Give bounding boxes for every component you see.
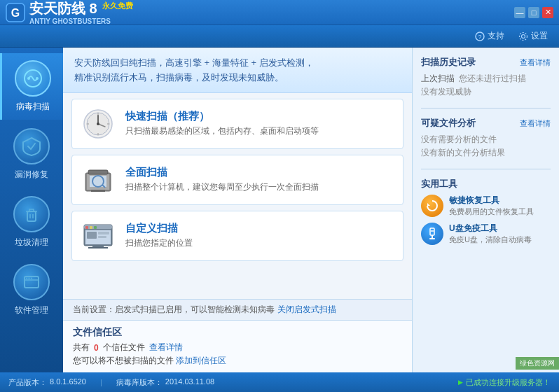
usb-vaccine-tool[interactable]: U盘免疫工具 免疫U盘，清除自动病毒: [421, 223, 551, 245]
connection-status: 已成功连接升级服务器！: [458, 377, 551, 388]
support-button[interactable]: ? 支持: [475, 30, 504, 42]
svg-rect-28: [88, 170, 108, 174]
svg-rect-40: [98, 232, 109, 234]
trust-row1-prefix: 共有: [73, 342, 90, 354]
trust-zone: 文件信任区 共有 0 个信任文件 查看详情 您可以将不想被扫描的文件 添加到信任…: [63, 320, 412, 372]
vuln-fix-icon-circle: [13, 128, 50, 164]
file-recovery-icon: [421, 195, 443, 217]
scan-history-title: 扫描历史记录: [421, 56, 476, 69]
vuln-fix-icon: [20, 135, 43, 158]
no-threat-text: 没有发现威胁: [421, 86, 551, 98]
quick-scan-icon: [81, 106, 116, 141]
trust-row2-text: 您可以将不想被扫描的文件: [73, 356, 174, 365]
svg-point-21: [97, 122, 99, 125]
file-recovery-tool[interactable]: 敏捷恢复工具 免费易用的文件恢复工具: [421, 195, 551, 217]
usb-vaccine-desc: 免疫U盘，清除自动病毒: [449, 234, 532, 245]
virus-scan-icon: [22, 67, 44, 90]
watermark: 绿色资源网: [516, 357, 559, 370]
add-to-trust-link[interactable]: 添加到信任区: [176, 356, 226, 365]
sidebar-item-junk-clean[interactable]: 垃圾清理: [0, 189, 63, 255]
suspicious-files-section: 可疑文件分析 查看详情 没有需要分析的文件 没有新的文件分析结果: [421, 117, 551, 160]
svg-point-48: [431, 230, 432, 232]
settings-button[interactable]: 设置: [518, 30, 548, 42]
software-manage-icon-circle: [13, 264, 50, 300]
quick-scan-content: 快速扫描（推荐） 只扫描最易感染的区域，包括内存、桌面和启动项等: [125, 110, 319, 137]
virus-db-label: 病毒库版本：: [116, 377, 163, 388]
trust-count: 0: [94, 343, 99, 353]
full-scan-icon: [81, 162, 116, 197]
scan-history-section: 扫描历史记录 查看详情 上次扫描 您还未进行过扫描 没有发现威胁: [421, 56, 551, 99]
banner-line1: 安天防线回归纯扫描，高速引擎 + 海量特征 + 启发式检测，: [74, 56, 401, 71]
status-bar: 产品版本： 8.0.1.6520 | 病毒库版本： 2014.03.11.08 …: [0, 372, 559, 392]
tools-header: 实用工具: [421, 178, 551, 190]
sidebar-item-vuln-fix[interactable]: 漏洞修复: [0, 121, 63, 188]
svg-point-15: [29, 278, 30, 279]
title-bar: G 安天防线 8 永久免费 ANTIY GHOSTBUSTERS — □ ✕: [0, 0, 559, 25]
restore-button[interactable]: □: [528, 7, 539, 18]
junk-clean-icon-circle: [13, 196, 50, 232]
window-controls: — □ ✕: [514, 7, 553, 18]
file-recovery-desc: 免费易用的文件恢复工具: [449, 206, 534, 217]
file-recovery-name[interactable]: 敏捷恢复工具: [449, 195, 534, 206]
support-icon: ?: [475, 31, 485, 41]
svg-rect-29: [91, 190, 105, 192]
svg-point-49: [432, 230, 434, 232]
suspicious-files-link[interactable]: 查看详情: [520, 118, 551, 129]
full-scan-content: 全面扫描 扫描整个计算机，建议您每周至少执行一次全面扫描: [125, 166, 319, 193]
svg-point-7: [27, 77, 30, 80]
custom-scan-icon: [81, 218, 116, 253]
trust-zone-title: 文件信任区: [73, 326, 402, 339]
product-version-value: 8.0.1.6520: [50, 377, 86, 388]
svg-rect-41: [98, 236, 106, 238]
full-scan-option[interactable]: 全面扫描 扫描整个计算机，建议您每周至少执行一次全面扫描: [71, 155, 403, 205]
connection-text: 已成功连接升级服务器！: [466, 377, 551, 388]
usb-vaccine-name[interactable]: U盘免疫工具: [449, 223, 532, 234]
product-version-label: 产品版本：: [8, 377, 47, 388]
minimize-button[interactable]: —: [514, 7, 525, 18]
svg-rect-36: [90, 226, 92, 229]
usb-vaccine-text: U盘免疫工具 免疫U盘，清除自动病毒: [449, 223, 532, 245]
sidebar-item-virus-scan[interactable]: 病毒扫描: [0, 53, 63, 120]
virus-scan-icon-circle: [15, 60, 51, 97]
last-scan-row: 上次扫描 您还未进行过扫描: [421, 73, 551, 85]
svg-text:?: ?: [478, 34, 481, 41]
content-banner: 安天防线回归纯扫描，高速引擎 + 海量特征 + 启发式检测， 精准识别流行木马，…: [63, 48, 412, 93]
software-manage-icon: [20, 271, 43, 293]
banner-line2: 精准识别流行木马，扫描病毒，及时发现未知威胁。: [74, 71, 401, 85]
last-scan-label: 上次扫描: [421, 73, 455, 85]
svg-rect-43: [88, 247, 108, 248]
header-bar: ? 支持 设置: [0, 25, 559, 48]
view-trust-details-link[interactable]: 查看详情: [149, 342, 183, 354]
svg-rect-35: [85, 226, 88, 229]
tools-title: 实用工具: [421, 178, 457, 190]
no-files-line1: 没有需要分析的文件: [421, 134, 551, 146]
quick-scan-option[interactable]: 快速扫描（推荐） 只扫描最易感染的区域，包括内存、桌面和启动项等: [71, 99, 403, 149]
close-heuristic-link[interactable]: 关闭启发式扫描: [277, 304, 336, 316]
close-button[interactable]: ✕: [542, 7, 553, 18]
quick-scan-title: 快速扫描（推荐）: [125, 110, 319, 123]
virus-scan-label: 病毒扫描: [16, 101, 50, 113]
last-scan-value: 您还未进行过扫描: [459, 73, 526, 85]
svg-text:G: G: [11, 7, 20, 19]
trust-info-row1: 共有 0 个信任文件 查看详情: [73, 342, 402, 354]
status-separator: |: [100, 378, 102, 386]
file-recovery-text: 敏捷恢复工具 免费易用的文件恢复工具: [449, 195, 534, 217]
virus-db-item: 病毒库版本： 2014.03.11.08: [116, 377, 214, 388]
full-scan-desc: 扫描整个计算机，建议您每周至少执行一次全面扫描: [125, 181, 319, 193]
scan-history-link[interactable]: 查看详情: [520, 57, 551, 68]
junk-clean-label: 垃圾清理: [15, 237, 48, 248]
svg-point-16: [31, 278, 32, 279]
quick-scan-desc: 只扫描最易感染的区域，包括内存、桌面和启动项等: [125, 125, 319, 137]
trust-row1-suffix: 个信任文件: [103, 342, 145, 354]
custom-scan-option[interactable]: 自定义扫描 扫描您指定的位置: [71, 211, 403, 261]
trust-info-row2: 您可以将不想被扫描的文件 添加到信任区: [73, 355, 402, 367]
sidebar-item-software-manage[interactable]: 软件管理: [0, 257, 63, 323]
footer-text: 当前设置：启发式扫描已启用，可以智能检测未知病毒: [73, 304, 275, 316]
virus-db-value: 2014.03.11.08: [165, 377, 214, 388]
svg-rect-39: [87, 232, 97, 239]
vuln-fix-label: 漏洞修复: [15, 169, 48, 181]
svg-rect-47: [429, 238, 435, 239]
suspicious-files-header: 可疑文件分析 查看详情: [421, 117, 551, 130]
divider-1: [421, 108, 551, 108]
scan-options: 快速扫描（推荐） 只扫描最易感染的区域，包括内存、桌面和启动项等: [63, 93, 412, 299]
